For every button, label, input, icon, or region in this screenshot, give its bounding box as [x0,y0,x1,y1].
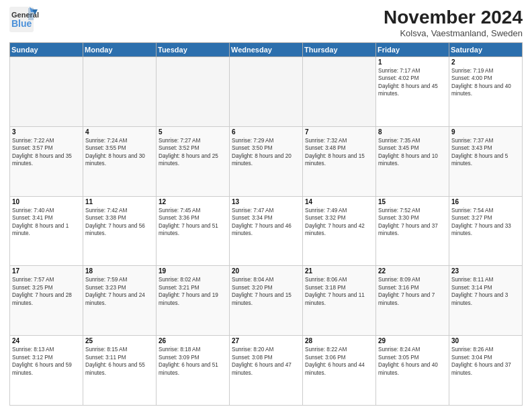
day-number: 9 [451,128,520,136]
day-info: Sunrise: 8:13 AMSunset: 3:12 PMDaylight:… [12,346,81,377]
calendar-week-row: 10Sunrise: 7:40 AMSunset: 3:41 PMDayligh… [10,196,523,266]
calendar-cell: 15Sunrise: 7:52 AMSunset: 3:30 PMDayligh… [376,196,449,266]
title-block: November 2024 Kolsva, Vaestmanland, Swed… [384,7,523,38]
day-info: Sunrise: 7:37 AMSunset: 3:43 PMDaylight:… [451,137,520,168]
calendar-week-row: 3Sunrise: 7:22 AMSunset: 3:57 PMDaylight… [10,126,523,196]
day-number: 11 [85,198,154,205]
calendar-cell [83,57,157,127]
calendar-week-row: 1Sunrise: 7:17 AMSunset: 4:02 PMDaylight… [10,57,523,127]
day-number: 16 [451,198,520,205]
calendar-cell: 11Sunrise: 7:42 AMSunset: 3:38 PMDayligh… [83,196,157,266]
day-number: 28 [305,337,373,345]
day-info: Sunrise: 7:35 AMSunset: 3:45 PMDaylight:… [378,137,447,168]
calendar-cell: 22Sunrise: 8:09 AMSunset: 3:16 PMDayligh… [376,266,449,336]
calendar-cell: 9Sunrise: 7:37 AMSunset: 3:43 PMDaylight… [449,126,523,196]
calendar-cell: 30Sunrise: 8:26 AMSunset: 3:04 PMDayligh… [449,336,523,406]
day-info: Sunrise: 7:59 AMSunset: 3:23 PMDaylight:… [85,276,154,307]
header-monday: Monday [83,43,157,57]
calendar-cell: 10Sunrise: 7:40 AMSunset: 3:41 PMDayligh… [10,196,83,266]
day-number: 24 [12,337,81,345]
calendar-cell: 29Sunrise: 8:24 AMSunset: 3:05 PMDayligh… [376,336,449,406]
header: General Blue November 2024 Kolsva, Vaest… [9,7,523,38]
calendar-cell: 4Sunrise: 7:24 AMSunset: 3:55 PMDaylight… [83,126,157,196]
calendar-cell: 23Sunrise: 8:11 AMSunset: 3:14 PMDayligh… [449,266,523,336]
calendar-cell: 18Sunrise: 7:59 AMSunset: 3:23 PMDayligh… [83,266,157,336]
logo-svg: General Blue [9,7,70,32]
calendar-table: Sunday Monday Tuesday Wednesday Thursday… [9,42,523,406]
day-number: 7 [305,128,373,136]
day-info: Sunrise: 7:32 AMSunset: 3:48 PMDaylight:… [305,137,373,168]
calendar-cell: 26Sunrise: 8:18 AMSunset: 3:09 PMDayligh… [157,336,230,406]
day-info: Sunrise: 7:45 AMSunset: 3:36 PMDaylight:… [159,207,227,238]
day-info: Sunrise: 7:22 AMSunset: 3:57 PMDaylight:… [12,137,81,168]
day-number: 18 [85,267,154,275]
calendar-cell: 14Sunrise: 7:49 AMSunset: 3:32 PMDayligh… [303,196,376,266]
day-info: Sunrise: 7:54 AMSunset: 3:27 PMDaylight:… [451,207,520,238]
subtitle: Kolsva, Vaestmanland, Sweden [384,28,523,38]
calendar-header-row: Sunday Monday Tuesday Wednesday Thursday… [10,43,523,57]
day-info: Sunrise: 8:18 AMSunset: 3:09 PMDaylight:… [159,346,227,377]
day-info: Sunrise: 8:06 AMSunset: 3:18 PMDaylight:… [305,276,373,307]
day-number: 3 [12,128,81,136]
header-tuesday: Tuesday [157,43,230,57]
day-info: Sunrise: 8:22 AMSunset: 3:06 PMDaylight:… [305,346,373,377]
calendar-cell: 17Sunrise: 7:57 AMSunset: 3:25 PMDayligh… [10,266,83,336]
day-number: 1 [378,58,447,66]
header-saturday: Saturday [449,43,523,57]
calendar-cell [230,57,303,127]
calendar-cell: 24Sunrise: 8:13 AMSunset: 3:12 PMDayligh… [10,336,83,406]
day-info: Sunrise: 7:24 AMSunset: 3:55 PMDaylight:… [85,137,154,168]
calendar-cell: 1Sunrise: 7:17 AMSunset: 4:02 PMDaylight… [376,57,449,127]
day-info: Sunrise: 8:20 AMSunset: 3:08 PMDaylight:… [232,346,300,377]
calendar-cell: 19Sunrise: 8:02 AMSunset: 3:21 PMDayligh… [157,266,230,336]
day-info: Sunrise: 7:40 AMSunset: 3:41 PMDaylight:… [12,207,81,238]
header-sunday: Sunday [10,43,83,57]
day-info: Sunrise: 8:09 AMSunset: 3:16 PMDaylight:… [378,276,447,307]
day-number: 6 [232,128,300,136]
day-number: 27 [232,337,300,345]
day-info: Sunrise: 7:49 AMSunset: 3:32 PMDaylight:… [305,207,373,238]
day-info: Sunrise: 8:04 AMSunset: 3:20 PMDaylight:… [232,276,300,307]
day-number: 14 [305,198,373,205]
calendar-cell: 7Sunrise: 7:32 AMSunset: 3:48 PMDaylight… [303,126,376,196]
main-title: November 2024 [384,7,523,28]
day-info: Sunrise: 7:47 AMSunset: 3:34 PMDaylight:… [232,207,300,238]
day-info: Sunrise: 8:15 AMSunset: 3:11 PMDaylight:… [85,346,154,377]
calendar-cell: 2Sunrise: 7:19 AMSunset: 4:00 PMDaylight… [449,57,523,127]
header-friday: Friday [376,43,449,57]
calendar-cell: 12Sunrise: 7:45 AMSunset: 3:36 PMDayligh… [157,196,230,266]
calendar-cell: 8Sunrise: 7:35 AMSunset: 3:45 PMDaylight… [376,126,449,196]
calendar-cell: 25Sunrise: 8:15 AMSunset: 3:11 PMDayligh… [83,336,157,406]
day-info: Sunrise: 7:42 AMSunset: 3:38 PMDaylight:… [85,207,154,238]
day-info: Sunrise: 7:52 AMSunset: 3:30 PMDaylight:… [378,207,447,238]
calendar-cell [10,57,83,127]
header-wednesday: Wednesday [230,43,303,57]
day-number: 25 [85,337,154,345]
day-number: 10 [12,198,81,205]
calendar-cell: 21Sunrise: 8:06 AMSunset: 3:18 PMDayligh… [303,266,376,336]
calendar-cell: 27Sunrise: 8:20 AMSunset: 3:08 PMDayligh… [230,336,303,406]
calendar-cell: 5Sunrise: 7:27 AMSunset: 3:52 PMDaylight… [157,126,230,196]
day-info: Sunrise: 8:24 AMSunset: 3:05 PMDaylight:… [378,346,447,377]
day-number: 15 [378,198,447,205]
day-info: Sunrise: 7:17 AMSunset: 4:02 PMDaylight:… [378,67,447,98]
day-number: 21 [305,267,373,275]
day-info: Sunrise: 8:02 AMSunset: 3:21 PMDaylight:… [159,276,227,307]
day-number: 19 [159,267,227,275]
day-info: Sunrise: 8:26 AMSunset: 3:04 PMDaylight:… [451,346,520,377]
day-number: 23 [451,267,520,275]
day-number: 4 [85,128,154,136]
day-number: 29 [378,337,447,345]
calendar-cell: 20Sunrise: 8:04 AMSunset: 3:20 PMDayligh… [230,266,303,336]
day-number: 12 [159,198,227,205]
page: General Blue November 2024 Kolsva, Vaest… [0,0,532,411]
day-number: 20 [232,267,300,275]
day-info: Sunrise: 7:27 AMSunset: 3:52 PMDaylight:… [159,137,227,168]
logo: General Blue [9,7,70,32]
calendar-week-row: 24Sunrise: 8:13 AMSunset: 3:12 PMDayligh… [10,336,523,406]
calendar-cell: 6Sunrise: 7:29 AMSunset: 3:50 PMDaylight… [230,126,303,196]
day-number: 17 [12,267,81,275]
calendar-cell: 28Sunrise: 8:22 AMSunset: 3:06 PMDayligh… [303,336,376,406]
day-number: 30 [451,337,520,345]
day-number: 2 [451,58,520,66]
